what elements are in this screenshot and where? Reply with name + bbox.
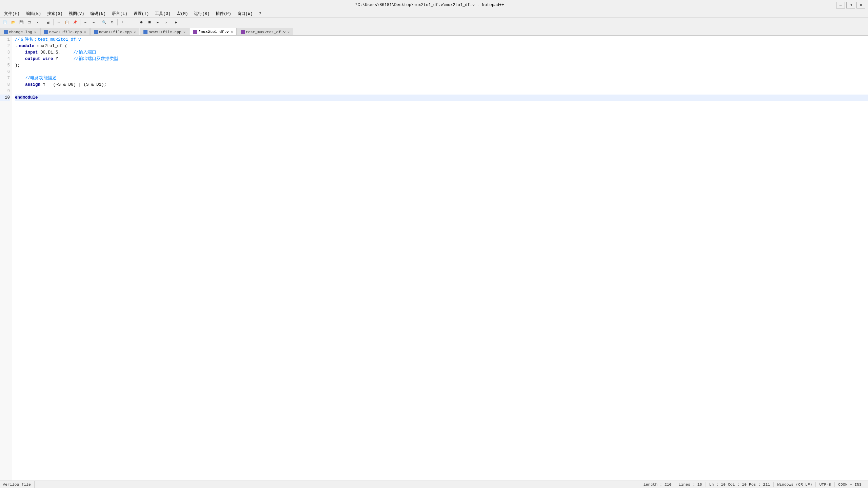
code-line-9	[15, 88, 868, 95]
tab-tab2[interactable]: newc++file.cpp✕	[40, 28, 90, 36]
separator-3	[80, 19, 80, 25]
zoom-out-button[interactable]: −	[127, 19, 135, 26]
line-number-4: 4	[0, 56, 10, 62]
replace-button[interactable]: ⟳	[108, 19, 116, 26]
line-number-3: 3	[0, 49, 10, 56]
mode-info: CDON • INS	[835, 482, 865, 487]
encoding-info: UTF-8	[816, 482, 835, 487]
menu-item-o[interactable]: 工具(O)	[152, 10, 173, 17]
menu-item-t[interactable]: 设置(T)	[131, 10, 152, 17]
position-info: Ln : 10 Col : 10 Pos : 211	[706, 482, 774, 487]
paste-button[interactable]: 📌	[71, 19, 79, 26]
macro-stop-button[interactable]: ⏹	[146, 19, 153, 26]
menu-item-v[interactable]: 视图(V)	[66, 10, 87, 17]
svg-rect-2	[94, 30, 98, 34]
find-button[interactable]: 🔍	[100, 19, 108, 26]
line-number-6: 6	[0, 69, 10, 75]
lines-info: lines : 10	[675, 482, 706, 487]
code-line-3: input D0,D1,S, //输入端口	[15, 49, 868, 56]
close-button[interactable]: ✕	[856, 2, 865, 8]
file-type: Verilog file	[3, 481, 35, 488]
tabs-bar: change.log✕newc++file.cpp✕newc++file.cpp…	[0, 27, 868, 36]
window-title: *C:\Users\86181\Desktop\mux2to1_df.v\mux…	[23, 3, 836, 7]
status-bar: Verilog file length : 210 lines : 10 Ln …	[0, 481, 868, 488]
editor-container: 12345678910 //文件名：test_mux2to1_df.v−modu…	[0, 36, 868, 481]
tab-close-button[interactable]: ✕	[231, 30, 233, 34]
copy-button[interactable]: 📋	[63, 19, 71, 26]
macro-record-button[interactable]: ⏺	[138, 19, 145, 26]
zoom-in-button[interactable]: +	[119, 19, 126, 26]
svg-rect-0	[4, 30, 8, 34]
restore-button[interactable]: ❐	[846, 2, 855, 8]
tab-label: test_mux2to1_df.v	[246, 30, 285, 34]
menu-item-m[interactable]: 宏(M)	[174, 10, 191, 17]
code-line-1: //文件名：test_mux2to1_df.v	[15, 37, 868, 43]
tab-label: newc++file.cpp	[149, 30, 181, 34]
tab-label: *mux2to1_df.v	[198, 29, 229, 34]
tab-tab4[interactable]: newc++file.cpp✕	[140, 28, 189, 36]
undo-button[interactable]: ↩	[82, 19, 89, 26]
print-button[interactable]: 🖨	[44, 19, 52, 26]
separator-4	[99, 19, 99, 25]
svg-rect-1	[44, 30, 48, 34]
save-all-button[interactable]: 🗃	[26, 19, 33, 26]
tab-label: change.log	[9, 30, 32, 34]
separator-7	[171, 19, 171, 25]
separator-2	[53, 19, 54, 25]
macro-play-button[interactable]: ▶	[154, 19, 161, 26]
tab-close-button[interactable]: ✕	[288, 30, 290, 34]
tab-tab1[interactable]: change.log✕	[0, 28, 40, 36]
menu-item-[interactable]: ?	[256, 11, 264, 17]
menu-item-s[interactable]: 搜索(S)	[44, 10, 65, 17]
menu-item-p[interactable]: 插件(P)	[213, 10, 234, 17]
tab-close-button[interactable]: ✕	[134, 30, 136, 34]
separator-5	[117, 19, 118, 25]
tab-label: newc++file.cpp	[49, 30, 82, 34]
separator-6	[136, 19, 136, 25]
tab-tab6[interactable]: test_mux2to1_df.v✕	[237, 28, 293, 36]
length-info: length : 210	[644, 482, 675, 487]
window-controls: — ❐ ✕	[836, 2, 865, 8]
cut-button[interactable]: ✂	[55, 19, 62, 26]
line-number-7: 7	[0, 75, 10, 82]
menu-item-e[interactable]: 编辑(E)	[23, 10, 44, 17]
menu-item-w[interactable]: 窗口(W)	[235, 10, 256, 17]
tab-close-button[interactable]: ✕	[84, 30, 86, 34]
svg-rect-4	[193, 30, 197, 34]
separator-1	[43, 19, 43, 25]
line-number-9: 9	[0, 88, 10, 95]
tab-close-button[interactable]: ✕	[34, 30, 36, 34]
menu-item-l[interactable]: 语言(L)	[109, 10, 130, 17]
run-button[interactable]: ▶	[173, 19, 180, 26]
menu-item-f[interactable]: 文件(F)	[1, 10, 22, 17]
minimize-button[interactable]: —	[836, 2, 845, 8]
tab-tab5[interactable]: *mux2to1_df.v✕	[190, 28, 237, 36]
menu-item-r[interactable]: 运行(R)	[191, 10, 212, 17]
tab-close-button[interactable]: ✕	[183, 30, 185, 34]
new-button[interactable]: 📄	[1, 19, 9, 26]
code-line-10: endmodule	[15, 95, 868, 101]
save-button[interactable]: 💾	[18, 19, 25, 26]
code-area[interactable]: //文件名：test_mux2to1_df.v−module mux2to1_d…	[12, 36, 868, 481]
close-button-tb[interactable]: ✕	[34, 19, 41, 26]
line-number-1: 1	[0, 37, 10, 43]
tab-tab3[interactable]: newc++file.cpp✕	[90, 28, 140, 36]
macro-run-button[interactable]: ▷	[162, 19, 170, 26]
line-number-10: 10	[0, 95, 10, 101]
code-line-2: −module mux2to1_df (	[15, 43, 868, 49]
code-line-8: assign Y = (~S & D0) | (S & D1);	[15, 82, 868, 88]
toolbar: 📄 📂 💾 🗃 ✕ 🖨 ✂ 📋 📌 ↩ ↪ 🔍 ⟳ + − ⏺ ⏹ ▶ ▷ ▶	[0, 18, 868, 27]
menu-bar: 文件(F)编辑(E)搜索(S)视图(V)编码(N)语言(L)设置(T)工具(O)…	[0, 10, 868, 18]
open-button[interactable]: 📂	[9, 19, 17, 26]
redo-button[interactable]: ↪	[90, 19, 97, 26]
line-number-8: 8	[0, 82, 10, 88]
status-right: length : 210 lines : 10 Ln : 10 Col : 10…	[644, 482, 865, 487]
code-line-6	[15, 69, 868, 75]
menu-item-n[interactable]: 编码(N)	[87, 10, 108, 17]
line-numbers: 12345678910	[0, 36, 12, 481]
svg-rect-5	[241, 30, 245, 34]
code-line-5: );	[15, 62, 868, 69]
fold-icon[interactable]: −	[15, 45, 18, 48]
code-line-7: //电路功能描述	[15, 75, 868, 82]
svg-rect-3	[143, 30, 147, 34]
